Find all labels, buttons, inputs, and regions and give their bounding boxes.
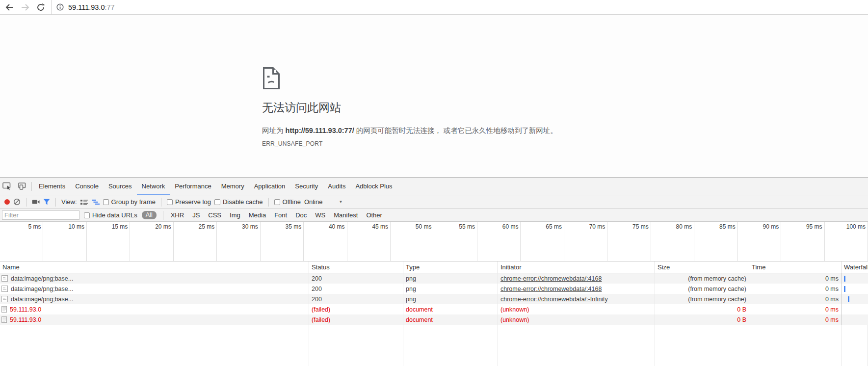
initiator-link[interactable]: chrome-error://chromewebdata/:-Infinity bbox=[500, 296, 608, 303]
capture-screenshots-button[interactable] bbox=[32, 199, 40, 205]
camera-icon bbox=[32, 199, 40, 205]
ruler-tick: 25 ms bbox=[174, 222, 217, 261]
devtools-tabs: ElementsConsoleSourcesNetworkPerformance… bbox=[34, 178, 397, 195]
page-info-icon[interactable] bbox=[56, 3, 64, 11]
refresh-button[interactable] bbox=[34, 1, 47, 14]
image-icon bbox=[1, 296, 8, 302]
chevron-down-icon[interactable]: ▼ bbox=[339, 200, 342, 204]
type-filter-ws[interactable]: WS bbox=[314, 211, 326, 219]
network-request-row[interactable]: data:image/png;base...200pngchrome-error… bbox=[0, 284, 868, 294]
type-filter-doc[interactable]: Doc bbox=[294, 211, 308, 219]
type-filter-img[interactable]: Img bbox=[229, 211, 241, 219]
ruler-tick: 45 ms bbox=[347, 222, 391, 261]
show-overview-button[interactable] bbox=[92, 199, 100, 205]
empty-cell bbox=[655, 325, 749, 366]
network-request-row[interactable]: 59.111.93.0(failed)document(unknown)0 B0… bbox=[0, 314, 868, 325]
initiator-link[interactable]: chrome-error://chromewebdata/:4168 bbox=[500, 275, 602, 282]
ruler-tick: 65 ms bbox=[521, 222, 564, 261]
back-button[interactable] bbox=[3, 1, 16, 14]
column-header-initiator[interactable]: Initiator bbox=[498, 261, 655, 273]
ruler-tick: 15 ms bbox=[87, 222, 130, 261]
tab-adblock-plus[interactable]: Adblock Plus bbox=[350, 178, 397, 195]
type-filter-all[interactable]: All bbox=[142, 211, 157, 219]
disable-cache-checkbox[interactable]: Disable cache bbox=[214, 198, 263, 206]
request-name: data:image/png;base... bbox=[0, 284, 309, 294]
checkbox-icon bbox=[103, 199, 109, 205]
type-filter-js[interactable]: JS bbox=[191, 211, 201, 219]
network-request-row[interactable]: data:image/png;base...200pngchrome-error… bbox=[0, 273, 868, 284]
type-filter-media[interactable]: Media bbox=[248, 211, 267, 219]
toolbar-divider bbox=[161, 198, 161, 207]
initiator-link[interactable]: chrome-error://chromewebdata/:4168 bbox=[500, 286, 602, 292]
ruler-tick: 75 ms bbox=[607, 222, 651, 261]
refresh-icon bbox=[36, 3, 45, 12]
ruler-tick: 10 ms bbox=[43, 222, 86, 261]
filter-input[interactable] bbox=[2, 210, 79, 220]
view-label: View: bbox=[61, 198, 77, 206]
column-header-waterfall[interactable]: Waterfall bbox=[842, 261, 868, 273]
tab-memory[interactable]: Memory bbox=[216, 178, 249, 195]
forward-arrow-icon bbox=[21, 3, 30, 11]
request-status: 200 bbox=[309, 294, 403, 304]
network-table-empty bbox=[0, 325, 868, 366]
request-initiator: (unknown) bbox=[498, 314, 655, 325]
request-waterfall bbox=[842, 314, 868, 325]
tab-network[interactable]: Network bbox=[137, 178, 170, 195]
request-waterfall bbox=[842, 284, 868, 294]
preserve-log-checkbox[interactable]: Preserve log bbox=[167, 198, 211, 206]
empty-cell bbox=[403, 325, 498, 366]
clear-button[interactable] bbox=[13, 198, 21, 206]
empty-cell bbox=[842, 325, 868, 366]
request-status: (failed) bbox=[309, 314, 403, 325]
ruler-tick: 90 ms bbox=[738, 222, 781, 261]
request-waterfall bbox=[842, 294, 868, 304]
hide-data-urls-checkbox[interactable]: Hide data URLs bbox=[84, 211, 137, 219]
request-size: 0 B bbox=[655, 304, 749, 314]
tab-security[interactable]: Security bbox=[290, 178, 323, 195]
record-button[interactable] bbox=[4, 199, 10, 205]
checkbox-icon bbox=[167, 199, 173, 205]
ruler-tick: 50 ms bbox=[391, 222, 434, 261]
request-waterfall bbox=[842, 304, 868, 314]
browser-toolbar: 59.111.93.0:77 bbox=[0, 0, 868, 15]
toolbar-divider bbox=[55, 198, 56, 207]
filter-toggle-button[interactable] bbox=[43, 199, 50, 205]
column-header-size[interactable]: Size bbox=[655, 261, 749, 273]
toggle-device-toolbar-button[interactable] bbox=[15, 178, 29, 195]
request-size: (from memory cache) bbox=[655, 284, 749, 294]
type-filter-css[interactable]: CSS bbox=[207, 211, 222, 219]
ruler-tick: 5 ms bbox=[0, 222, 43, 261]
column-header-status[interactable]: Status bbox=[309, 261, 403, 273]
address-bar[interactable]: 59.111.93.0:77 bbox=[52, 0, 868, 14]
group-by-frame-checkbox[interactable]: Group by frame bbox=[103, 198, 156, 206]
ruler-tick: 55 ms bbox=[434, 222, 477, 261]
inspect-cursor-icon bbox=[2, 182, 12, 190]
network-request-row[interactable]: data:image/png;base...200pngchrome-error… bbox=[0, 294, 868, 304]
tab-console[interactable]: Console bbox=[70, 178, 104, 195]
column-header-type[interactable]: Type bbox=[403, 261, 498, 273]
toolbar-divider bbox=[268, 198, 269, 207]
use-small-rows-button[interactable] bbox=[80, 199, 88, 205]
type-filter-manifest[interactable]: Manifest bbox=[333, 211, 359, 219]
devtools-tabbar: ElementsConsoleSourcesNetworkPerformance… bbox=[0, 178, 868, 195]
column-header-name[interactable]: Name bbox=[0, 261, 309, 273]
type-filter-xhr[interactable]: XHR bbox=[170, 211, 185, 219]
forward-button[interactable] bbox=[19, 1, 31, 14]
inspect-element-button[interactable] bbox=[0, 178, 15, 195]
throttling-select[interactable]: Online bbox=[304, 198, 323, 206]
tab-sources[interactable]: Sources bbox=[104, 178, 137, 195]
tab-audits[interactable]: Audits bbox=[323, 178, 350, 195]
type-filter-font[interactable]: Font bbox=[273, 211, 288, 219]
type-filter-other[interactable]: Other bbox=[365, 211, 383, 219]
ruler-tick: 20 ms bbox=[130, 222, 173, 261]
error-title: 无法访问此网站 bbox=[262, 100, 635, 115]
offline-checkbox[interactable]: Offline bbox=[274, 198, 301, 206]
network-request-row[interactable]: 59.111.93.0(failed)document(unknown)0 B0… bbox=[0, 304, 868, 314]
timeline-overview[interactable]: 5 ms10 ms15 ms20 ms25 ms30 ms35 ms40 ms4… bbox=[0, 222, 868, 261]
tab-elements[interactable]: Elements bbox=[34, 178, 70, 195]
tab-application[interactable]: Application bbox=[249, 178, 290, 195]
tab-performance[interactable]: Performance bbox=[170, 178, 216, 195]
column-header-time[interactable]: Time bbox=[749, 261, 842, 273]
request-size: (from memory cache) bbox=[655, 294, 749, 304]
request-type: png bbox=[403, 294, 498, 304]
